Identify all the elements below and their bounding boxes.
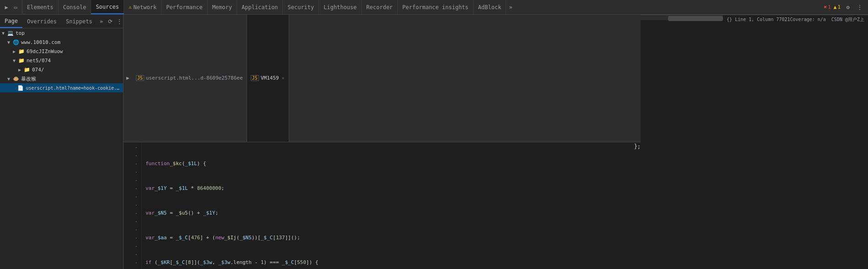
code-panel: ▶ JS userscript.html...d-8609e25786ee JS… bbox=[124, 15, 641, 269]
code-editor[interactable]: function _$kc(_$1L) { var _$1Y = _$1L * … bbox=[142, 142, 634, 269]
folder-icon-net5: 📁 bbox=[18, 58, 25, 64]
tab-network[interactable]: ⚠ Network bbox=[124, 0, 162, 14]
tab-bar: Elements Console Sources ⚠ Network Perfo… bbox=[22, 0, 820, 14]
tree-arrow-domain: ▼ bbox=[7, 40, 13, 45]
coverage-status: Coverage: n/a bbox=[790, 17, 826, 22]
devtools-toolbar: ▶ ▭ Elements Console Sources ⚠ Network P… bbox=[0, 0, 868, 15]
tree-arrow-074: ▶ bbox=[18, 67, 24, 72]
tree-arrow-69dc: ▶ bbox=[13, 49, 18, 54]
code-line: var _$N5 = _$u5() + _$1Y; bbox=[146, 209, 631, 217]
code-line: var _$aa = _$_C[476] + (new _$Ij(_$N5))[… bbox=[146, 234, 631, 242]
js-badge: JS bbox=[136, 75, 144, 81]
tab-performance-insights[interactable]: Performance insights bbox=[398, 0, 474, 14]
source-type-icon[interactable]: {} bbox=[727, 17, 732, 22]
file-tree: ▼ 💻 top ▼ 🌐 www.10010.com ▶ 📁 69dcJIZnWu… bbox=[0, 28, 124, 92]
tree-item-69dc[interactable]: ▶ 📁 69dcJIZnWuow bbox=[0, 47, 123, 56]
tree-item-baogaihou[interactable]: ▼ 🐵 暴改猴 bbox=[0, 74, 123, 83]
sources-tab-snippets[interactable]: Snippets bbox=[61, 15, 97, 28]
warning-badge[interactable]: ▲ 1 bbox=[834, 4, 841, 10]
tab-memory[interactable]: Memory bbox=[208, 0, 237, 14]
tab-adblock[interactable]: AdBlock bbox=[474, 0, 507, 14]
sync-icon[interactable]: ⟳ bbox=[107, 18, 114, 25]
code-line: function _$kc(_$1L) { bbox=[146, 160, 631, 168]
device-icon[interactable]: ▭ bbox=[12, 4, 19, 11]
tab-performance[interactable]: Performance bbox=[162, 0, 207, 14]
settings-icon[interactable]: ⚙ bbox=[844, 4, 852, 11]
tree-arrow-baogaihou: ▼ bbox=[7, 76, 13, 81]
tree-item-domain[interactable]: ▼ 🌐 www.10010.com bbox=[0, 38, 123, 47]
code-line: }; bbox=[634, 142, 641, 151]
file-tab-vm1459[interactable]: JS VM1459 ✕ bbox=[247, 15, 290, 142]
tab-more-icon[interactable]: » bbox=[506, 4, 515, 11]
tree-item-net5[interactable]: ▼ 📁 net5/074 bbox=[0, 56, 123, 65]
tree-item-074[interactable]: ▶ 📁 074/ bbox=[0, 65, 123, 74]
folder-icon-domain: 🌐 bbox=[13, 39, 19, 45]
tree-icon-top: 💻 bbox=[7, 30, 14, 36]
tree-item-userscript[interactable]: 📄 userscript.html?name=hook-cookie.user.… bbox=[0, 83, 123, 92]
tab-console[interactable]: Console bbox=[59, 0, 92, 14]
folder-icon-074: 📁 bbox=[24, 67, 30, 73]
code-content[interactable]: - - - - - - - - - - - - - - - - - - - - bbox=[124, 142, 641, 269]
tab-sources[interactable]: Sources bbox=[91, 0, 124, 14]
code-line: if (_$KR[_$_C[8]](_$3w, _$3w.length - 1)… bbox=[146, 258, 631, 267]
tab-security[interactable]: Security bbox=[283, 0, 319, 14]
horizontal-scrollbar[interactable] bbox=[641, 15, 723, 20]
tab-recorder[interactable]: Recorder bbox=[362, 0, 398, 14]
sources-tab-more[interactable]: » bbox=[97, 18, 106, 25]
close-vm1459-btn[interactable]: ✕ bbox=[280, 75, 285, 81]
error-badge[interactable]: ✖ 1 bbox=[824, 4, 831, 10]
inspect-icon[interactable]: ▶ bbox=[3, 4, 10, 11]
sources-more-icon[interactable]: ⋮ bbox=[116, 18, 123, 25]
tree-arrow-top: ▼ bbox=[2, 31, 7, 36]
tab-elements[interactable]: Elements bbox=[22, 0, 59, 14]
file-tab-navigate-icon[interactable]: ▶ bbox=[124, 75, 132, 81]
sources-toolbar: Page Overrides Snippets » ⟳ ⋮ bbox=[0, 15, 123, 28]
js-file-icon-userscript: 📄 bbox=[17, 85, 24, 91]
code-line: var _$1Y = _$1L * 86400000; bbox=[146, 184, 631, 193]
file-tab-userscript[interactable]: JS userscript.html...d-8609e25786ee bbox=[132, 15, 247, 142]
device-toolbar-group: ▶ ▭ bbox=[0, 0, 22, 14]
js-badge-vm: JS bbox=[251, 75, 259, 81]
tree-item-top[interactable]: ▼ 💻 top bbox=[0, 28, 123, 38]
tab-lighthouse[interactable]: Lighthouse bbox=[319, 0, 361, 14]
tree-arrow-net5: ▼ bbox=[13, 58, 18, 63]
more-icon[interactable]: ⋮ bbox=[856, 4, 863, 11]
network-warn-icon: ⚠ bbox=[129, 4, 132, 10]
folder-icon-baogaihou: 🐵 bbox=[13, 76, 19, 82]
tab-application[interactable]: Application bbox=[237, 0, 283, 14]
watermark: CSDN @用户Z上 bbox=[831, 16, 864, 23]
sources-tab-page[interactable]: Page bbox=[0, 15, 22, 28]
status-bar: {} Line 1, Column 77021 Coverage: n/a CS… bbox=[723, 15, 868, 24]
file-tabs: ▶ JS userscript.html...d-8609e25786ee JS… bbox=[124, 15, 641, 142]
folder-icon-69dc: 📁 bbox=[18, 48, 25, 54]
cursor-position: Line 1, Column 77021 bbox=[735, 17, 790, 22]
sources-tab-overrides[interactable]: Overrides bbox=[22, 15, 61, 28]
line-numbers: - - - - - - - - - - - - - - - - - - - - bbox=[124, 142, 142, 269]
